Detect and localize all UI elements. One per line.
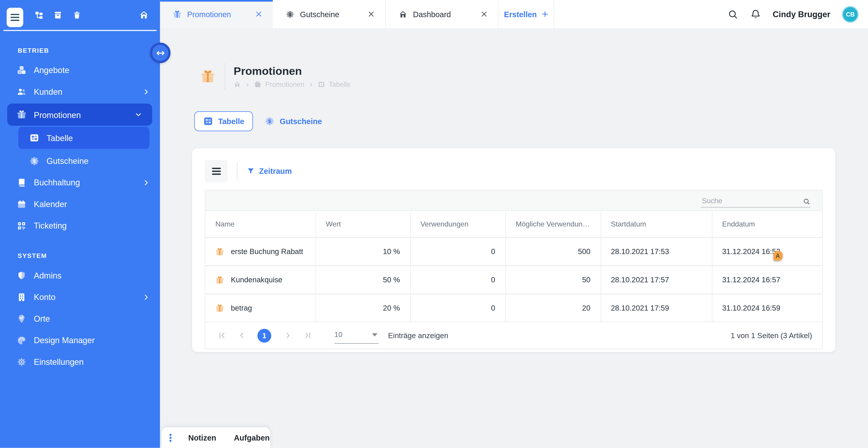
sidebar-item-kunden[interactable]: Kunden	[0, 81, 160, 103]
main-content: Promotionen Promotionen	[160, 28, 868, 448]
sidebar-resize-handle[interactable]	[150, 43, 170, 63]
view-tab-label: Tabelle	[218, 117, 244, 126]
tab-promotionen[interactable]: Promotionen	[160, 0, 273, 28]
table-row[interactable]: betrag 20 % 0 20 28.10.2021 17:59 31.10.…	[206, 294, 822, 321]
home-icon[interactable]	[139, 10, 149, 20]
tab-label: Promotionen	[187, 10, 255, 19]
cell-enddatum: 31.12.2024 16:53A	[712, 237, 822, 266]
topbar-actions: Cindy Brugger CB	[727, 0, 868, 28]
toolbar-divider	[237, 162, 237, 180]
tab-label: Gutscheine	[300, 10, 368, 19]
chevron-right-icon	[245, 82, 250, 87]
home-icon[interactable]	[234, 81, 241, 88]
sidebar-item-orte[interactable]: Orte	[0, 308, 160, 329]
sidebar-item-label: Ticketing	[34, 221, 150, 230]
column-header-verwendungen[interactable]: Verwendungen	[410, 211, 505, 237]
sidebar-item-label: Konto	[34, 292, 142, 302]
gift-icon	[215, 303, 224, 312]
cell-verwendungen: 0	[410, 294, 505, 321]
current-page-button[interactable]: 1	[257, 328, 271, 342]
sidebar-item-einstellungen[interactable]: Einstellungen	[0, 351, 160, 373]
next-page-icon[interactable]	[283, 331, 292, 340]
user-name[interactable]: Cindy Brugger	[773, 9, 830, 19]
sidebar-item-design-manager[interactable]: Design Manager	[0, 329, 160, 351]
search-input[interactable]	[701, 196, 803, 205]
last-page-icon[interactable]	[303, 331, 312, 340]
cell-name: erste Buchung Rabatt	[231, 248, 303, 256]
drag-handle-dots-icon[interactable]	[167, 433, 174, 442]
sidebar-item-buchhaltung[interactable]: Buchhaltung	[0, 171, 160, 193]
table-row[interactable]: erste Buchung Rabatt 10 % 0 500 28.10.20…	[206, 237, 822, 266]
table-menu-button[interactable]	[205, 160, 227, 182]
zeitraum-filter-button[interactable]: Zeitraum	[247, 167, 292, 175]
archive-icon[interactable]	[53, 10, 63, 20]
previous-page-icon[interactable]	[238, 331, 246, 340]
tab-gutscheine[interactable]: $ Gutscheine	[273, 0, 386, 28]
svg-text:$: $	[33, 158, 36, 164]
trash-icon[interactable]	[72, 10, 81, 20]
building-icon	[17, 292, 26, 302]
breadcrumb-item[interactable]: Promotionen	[265, 81, 305, 88]
gift-icon	[200, 69, 215, 84]
cell-moegliche-verwendungen: 20	[505, 294, 600, 321]
topbar: Promotionen $ Gutscheine Dashboard	[160, 0, 868, 28]
sidebar-item-label: Kalender	[34, 199, 150, 209]
book-icon	[17, 178, 26, 187]
tab-dashboard[interactable]: Dashboard	[386, 0, 499, 28]
bell-icon[interactable]	[750, 8, 761, 20]
close-icon[interactable]	[255, 11, 262, 18]
column-header-moegliche-verwendungen[interactable]: Mögliche Verwendun…	[505, 211, 600, 237]
gear-icon	[17, 357, 26, 366]
voucher-seal-icon: $	[265, 116, 275, 126]
tab-label: Dashboard	[413, 10, 480, 19]
column-header-name[interactable]: Name	[206, 211, 315, 237]
page-size-select[interactable]: 10	[334, 327, 379, 344]
qr-ticket-icon	[17, 221, 26, 230]
dock-item-aufgaben[interactable]: Aufgaben	[230, 433, 273, 442]
sidebar-item-konto[interactable]: Konto	[0, 286, 160, 308]
header-divider	[225, 63, 225, 90]
cell-verwendungen: 0	[410, 266, 505, 294]
close-icon[interactable]	[368, 11, 375, 18]
sidebar-section-system: SYSTEM	[18, 253, 160, 259]
sidebar-item-ticketing[interactable]: Ticketing	[0, 215, 160, 236]
breadcrumb-item[interactable]: Tabelle	[329, 81, 350, 88]
sidebar-item-label: Gutscheine	[46, 156, 150, 166]
search-icon[interactable]	[803, 197, 810, 205]
shield-icon	[17, 270, 26, 280]
close-icon[interactable]	[480, 11, 488, 18]
sidebar-collapse-button[interactable]	[6, 7, 23, 27]
tab-create[interactable]: Erstellen	[499, 0, 554, 28]
sidebar-item-angebote[interactable]: Angebote	[0, 59, 160, 81]
map-pin-icon	[17, 314, 26, 323]
cell-verwendungen: 0	[410, 237, 505, 266]
sidebar-item-kalender[interactable]: Kalender	[0, 193, 160, 215]
dock-item-notizen[interactable]: Notizen	[185, 433, 219, 442]
column-header-enddatum[interactable]: Enddatum	[712, 211, 822, 237]
view-tab-tabelle[interactable]: Tabelle	[194, 111, 253, 131]
tree-view-icon[interactable]	[34, 10, 44, 20]
sidebar-item-label: Buchhaltung	[34, 178, 142, 187]
svg-text:$: $	[268, 119, 271, 124]
table-row[interactable]: Kundenakquise 50 % 0 50 28.10.2021 17:57…	[206, 266, 822, 294]
search-icon[interactable]	[727, 8, 739, 20]
page-header: Promotionen Promotionen	[200, 62, 868, 91]
view-tab-gutscheine[interactable]: $ Gutscheine	[265, 116, 322, 126]
page-title: Promotionen	[234, 64, 350, 76]
column-header-wert[interactable]: Wert	[315, 211, 410, 237]
view-switcher: Tabelle $ Gutscheine	[194, 111, 868, 131]
chevron-right-icon	[308, 82, 314, 87]
cell-moegliche-verwendungen: 500	[505, 237, 600, 266]
column-header-startdatum[interactable]: Startdatum	[600, 211, 712, 237]
cell-wert: 50 %	[315, 266, 410, 294]
sidebar-item-gutscheine[interactable]: $ Gutscheine	[0, 150, 160, 172]
first-page-icon[interactable]	[217, 331, 226, 340]
sidebar-item-label: Einstellungen	[34, 357, 150, 366]
avatar[interactable]: CB	[842, 6, 859, 22]
chevron-right-icon	[142, 179, 150, 186]
sidebar-item-tabelle[interactable]: Tabelle	[18, 127, 149, 149]
sidebar-item-promotionen[interactable]: Promotionen	[7, 103, 152, 126]
home-icon	[399, 10, 407, 19]
sidebar-item-admins[interactable]: Admins	[0, 265, 160, 286]
sidebar-item-label: Kunden	[34, 87, 142, 96]
